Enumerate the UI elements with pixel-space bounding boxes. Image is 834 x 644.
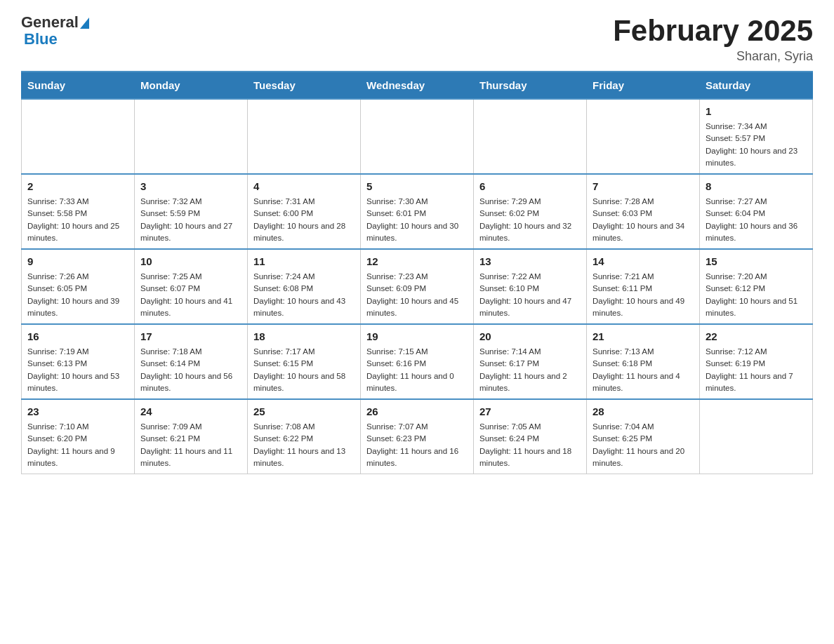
day-number: 1: [706, 104, 807, 119]
day-cell: 23Sunrise: 7:10 AM Sunset: 6:20 PM Dayli…: [22, 399, 135, 474]
header-sunday: Sunday: [22, 72, 135, 99]
day-number: 24: [140, 404, 241, 419]
day-cell: 19Sunrise: 7:15 AM Sunset: 6:16 PM Dayli…: [361, 324, 474, 399]
day-info: Sunrise: 7:15 AM Sunset: 6:16 PM Dayligh…: [366, 346, 468, 394]
day-info: Sunrise: 7:29 AM Sunset: 6:02 PM Dayligh…: [479, 196, 581, 244]
day-info: Sunrise: 7:26 AM Sunset: 6:05 PM Dayligh…: [27, 271, 128, 319]
header-thursday: Thursday: [474, 72, 587, 99]
day-cell: [22, 99, 135, 174]
day-cell: 24Sunrise: 7:09 AM Sunset: 6:21 PM Dayli…: [135, 399, 248, 474]
day-number: 23: [27, 404, 128, 419]
day-info: Sunrise: 7:25 AM Sunset: 6:07 PM Dayligh…: [140, 271, 241, 319]
week-row-0: 1Sunrise: 7:34 AM Sunset: 5:57 PM Daylig…: [22, 99, 813, 174]
day-info: Sunrise: 7:27 AM Sunset: 6:04 PM Dayligh…: [706, 196, 807, 244]
day-number: 15: [706, 254, 807, 269]
day-number: 20: [479, 329, 581, 344]
day-cell: 26Sunrise: 7:07 AM Sunset: 6:23 PM Dayli…: [361, 399, 474, 474]
day-cell: 12Sunrise: 7:23 AM Sunset: 6:09 PM Dayli…: [361, 249, 474, 324]
day-number: 10: [140, 254, 241, 269]
day-cell: 1Sunrise: 7:34 AM Sunset: 5:57 PM Daylig…: [700, 99, 813, 174]
day-cell: 18Sunrise: 7:17 AM Sunset: 6:15 PM Dayli…: [248, 324, 361, 399]
header-saturday: Saturday: [700, 72, 813, 99]
week-row-4: 23Sunrise: 7:10 AM Sunset: 6:20 PM Dayli…: [22, 399, 813, 474]
week-row-3: 16Sunrise: 7:19 AM Sunset: 6:13 PM Dayli…: [22, 324, 813, 399]
header-monday: Monday: [135, 72, 248, 99]
day-info: Sunrise: 7:17 AM Sunset: 6:15 PM Dayligh…: [253, 346, 355, 394]
day-number: 5: [366, 179, 468, 194]
day-cell: 25Sunrise: 7:08 AM Sunset: 6:22 PM Dayli…: [248, 399, 361, 474]
day-number: 2: [27, 179, 128, 194]
day-info: Sunrise: 7:31 AM Sunset: 6:00 PM Dayligh…: [253, 196, 355, 244]
day-cell: [248, 99, 361, 174]
day-cell: [587, 99, 700, 174]
day-cell: 10Sunrise: 7:25 AM Sunset: 6:07 PM Dayli…: [135, 249, 248, 324]
day-cell: 16Sunrise: 7:19 AM Sunset: 6:13 PM Dayli…: [22, 324, 135, 399]
day-cell: [474, 99, 587, 174]
header-tuesday: Tuesday: [248, 72, 361, 99]
day-number: 22: [706, 329, 807, 344]
day-number: 16: [27, 329, 128, 344]
day-cell: 14Sunrise: 7:21 AM Sunset: 6:11 PM Dayli…: [587, 249, 700, 324]
day-cell: [361, 99, 474, 174]
day-info: Sunrise: 7:08 AM Sunset: 6:22 PM Dayligh…: [253, 421, 355, 469]
logo-text-general: General: [21, 14, 79, 31]
logo-text-blue: Blue: [24, 31, 89, 48]
day-cell: [135, 99, 248, 174]
day-cell: 15Sunrise: 7:20 AM Sunset: 6:12 PM Dayli…: [700, 249, 813, 324]
day-cell: 11Sunrise: 7:24 AM Sunset: 6:08 PM Dayli…: [248, 249, 361, 324]
day-info: Sunrise: 7:19 AM Sunset: 6:13 PM Dayligh…: [27, 346, 128, 394]
day-info: Sunrise: 7:18 AM Sunset: 6:14 PM Dayligh…: [140, 346, 241, 394]
week-row-1: 2Sunrise: 7:33 AM Sunset: 5:58 PM Daylig…: [22, 174, 813, 249]
day-cell: 6Sunrise: 7:29 AM Sunset: 6:02 PM Daylig…: [474, 174, 587, 249]
day-info: Sunrise: 7:14 AM Sunset: 6:17 PM Dayligh…: [479, 346, 581, 394]
day-number: 3: [140, 179, 241, 194]
day-number: 18: [253, 329, 355, 344]
logo: General Blue: [21, 14, 89, 48]
day-cell: 2Sunrise: 7:33 AM Sunset: 5:58 PM Daylig…: [22, 174, 135, 249]
header-wednesday: Wednesday: [361, 72, 474, 99]
day-info: Sunrise: 7:07 AM Sunset: 6:23 PM Dayligh…: [366, 421, 468, 469]
day-info: Sunrise: 7:22 AM Sunset: 6:10 PM Dayligh…: [479, 271, 581, 319]
day-info: Sunrise: 7:13 AM Sunset: 6:18 PM Dayligh…: [593, 346, 694, 394]
header-row: SundayMondayTuesdayWednesdayThursdayFrid…: [22, 72, 813, 99]
day-info: Sunrise: 7:28 AM Sunset: 6:03 PM Dayligh…: [593, 196, 694, 244]
week-row-2: 9Sunrise: 7:26 AM Sunset: 6:05 PM Daylig…: [22, 249, 813, 324]
day-number: 25: [253, 404, 355, 419]
day-info: Sunrise: 7:33 AM Sunset: 5:58 PM Dayligh…: [27, 196, 128, 244]
day-cell: 13Sunrise: 7:22 AM Sunset: 6:10 PM Dayli…: [474, 249, 587, 324]
day-number: 27: [479, 404, 581, 419]
day-info: Sunrise: 7:23 AM Sunset: 6:09 PM Dayligh…: [366, 271, 468, 319]
day-number: 17: [140, 329, 241, 344]
header-friday: Friday: [587, 72, 700, 99]
day-cell: 9Sunrise: 7:26 AM Sunset: 6:05 PM Daylig…: [22, 249, 135, 324]
day-info: Sunrise: 7:34 AM Sunset: 5:57 PM Dayligh…: [706, 121, 807, 169]
day-number: 21: [593, 329, 694, 344]
day-info: Sunrise: 7:21 AM Sunset: 6:11 PM Dayligh…: [593, 271, 694, 319]
month-title: February 2025: [613, 14, 813, 48]
day-number: 19: [366, 329, 468, 344]
day-info: Sunrise: 7:10 AM Sunset: 6:20 PM Dayligh…: [27, 421, 128, 469]
day-cell: 17Sunrise: 7:18 AM Sunset: 6:14 PM Dayli…: [135, 324, 248, 399]
day-info: Sunrise: 7:05 AM Sunset: 6:24 PM Dayligh…: [479, 421, 581, 469]
day-cell: 22Sunrise: 7:12 AM Sunset: 6:19 PM Dayli…: [700, 324, 813, 399]
day-number: 26: [366, 404, 468, 419]
day-number: 11: [253, 254, 355, 269]
day-cell: 28Sunrise: 7:04 AM Sunset: 6:25 PM Dayli…: [587, 399, 700, 474]
calendar-table: SundayMondayTuesdayWednesdayThursdayFrid…: [21, 71, 813, 474]
day-number: 12: [366, 254, 468, 269]
day-number: 14: [593, 254, 694, 269]
day-info: Sunrise: 7:09 AM Sunset: 6:21 PM Dayligh…: [140, 421, 241, 469]
day-cell: 27Sunrise: 7:05 AM Sunset: 6:24 PM Dayli…: [474, 399, 587, 474]
day-info: Sunrise: 7:04 AM Sunset: 6:25 PM Dayligh…: [593, 421, 694, 469]
day-cell: 5Sunrise: 7:30 AM Sunset: 6:01 PM Daylig…: [361, 174, 474, 249]
day-number: 8: [706, 179, 807, 194]
logo-triangle-icon: [80, 18, 89, 29]
day-cell: 20Sunrise: 7:14 AM Sunset: 6:17 PM Dayli…: [474, 324, 587, 399]
location: Sharan, Syria: [613, 49, 813, 64]
day-number: 9: [27, 254, 128, 269]
page-header: General Blue February 2025 Sharan, Syria: [21, 14, 813, 64]
day-info: Sunrise: 7:20 AM Sunset: 6:12 PM Dayligh…: [706, 271, 807, 319]
day-cell: 8Sunrise: 7:27 AM Sunset: 6:04 PM Daylig…: [700, 174, 813, 249]
day-number: 28: [593, 404, 694, 419]
title-area: February 2025 Sharan, Syria: [613, 14, 813, 64]
